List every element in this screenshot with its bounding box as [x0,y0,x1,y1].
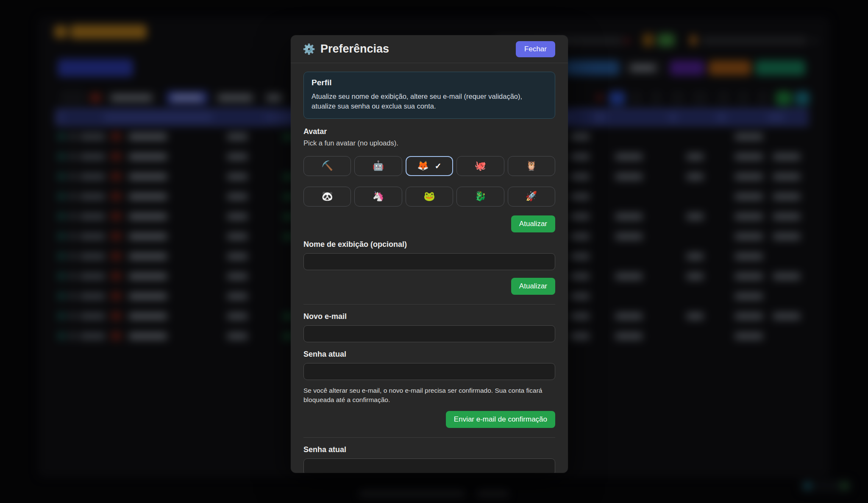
avatar-option-robot[interactable]: 🤖 [354,156,402,176]
avatar-option-frog[interactable]: 🐸 [406,187,453,207]
email-current-password-input[interactable] [303,363,555,380]
avatar-option-panda[interactable]: 🐼 [303,187,351,207]
avatar-heading: Avatar [303,127,555,136]
modal-title: ⚙️ Preferências [303,42,389,56]
fox-emoji-icon: 🦊 [417,160,428,171]
avatar-grid: ⛏️🤖🦊✓🐙🦉🐼🦄🐸🐉🚀 [303,156,555,207]
password-current-input[interactable] [303,458,555,473]
close-button[interactable]: Fechar [516,41,555,57]
dragon-emoji-icon: 🐉 [475,191,486,202]
app-screen: ⚙️ Preferências Fechar Perfil Atualize s… [0,0,868,503]
avatar-option-octopus[interactable]: 🐙 [456,156,504,176]
octopus-emoji-icon: 🐙 [475,160,486,171]
panda-emoji-icon: 🐼 [321,191,333,202]
email-current-password-label: Senha atual [303,350,555,359]
preferences-modal: ⚙️ Preferências Fechar Perfil Atualize s… [291,35,568,473]
pickaxe-emoji-icon: ⛏️ [321,160,333,171]
display-name-input[interactable] [303,253,555,270]
gear-icon: ⚙️ [303,44,315,54]
frog-emoji-icon: 🐸 [423,191,435,202]
display-name-actions-row: Atualizar [303,278,555,295]
avatar-option-rocket[interactable]: 🚀 [508,187,555,207]
new-email-input[interactable] [303,325,555,342]
section-divider [303,304,555,305]
email-confirmation-note: Se você alterar seu e-mail, o novo e-mai… [303,386,555,404]
modal-title-text: Preferências [320,42,389,56]
unicorn-emoji-icon: 🦄 [373,191,384,202]
modal-body: Perfil Atualize seu nome de exibição, al… [291,63,568,473]
profile-card-title: Perfil [312,78,547,87]
new-email-label: Novo e-mail [303,312,555,321]
selected-check-icon: ✓ [435,161,442,171]
avatar-option-dragon[interactable]: 🐉 [456,187,504,207]
password-current-label: Senha atual [303,445,555,454]
display-name-label: Nome de exibição (opcional) [303,240,555,249]
modal-header: ⚙️ Preferências Fechar [291,35,568,63]
avatar-option-owl[interactable]: 🦉 [508,156,555,176]
avatar-option-pickaxe[interactable]: ⛏️ [303,156,351,176]
display-name-update-button[interactable]: Atualizar [511,278,555,295]
avatar-subheading: Pick a fun avatar (no uploads). [303,139,555,147]
profile-info-card: Perfil Atualize seu nome de exibição, al… [303,72,555,119]
avatar-option-unicorn[interactable]: 🦄 [354,187,402,207]
profile-card-description: Atualize seu nome de exibição, altere se… [312,92,547,112]
send-confirmation-email-button[interactable]: Enviar e-mail de confirmação [446,411,555,428]
robot-emoji-icon: 🤖 [373,160,384,171]
rocket-emoji-icon: 🚀 [526,191,537,202]
section-divider-2 [303,437,555,438]
owl-emoji-icon: 🦉 [526,160,537,171]
avatar-actions-row: Atualizar [303,215,555,232]
avatar-update-button[interactable]: Atualizar [511,215,555,232]
avatar-option-fox[interactable]: 🦊✓ [406,156,453,176]
email-actions-row: Enviar e-mail de confirmação [303,411,555,428]
